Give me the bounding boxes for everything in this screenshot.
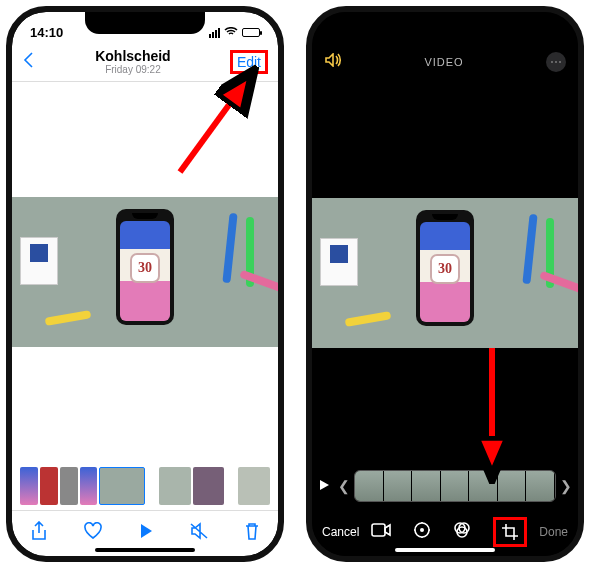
edit-header: VIDEO ⋯ (312, 42, 578, 82)
timeline-row: ❮ ❯ (312, 464, 578, 508)
thumbnail[interactable] (80, 467, 98, 505)
video-tab-icon[interactable] (371, 523, 391, 541)
cellular-signal-icon (209, 28, 220, 38)
share-icon[interactable] (30, 521, 48, 546)
svg-rect-1 (372, 524, 385, 536)
svg-line-0 (180, 76, 250, 172)
phone-left: 14:10 Kohlscheid Friday 09:22 Edit (6, 6, 284, 562)
prop-box (320, 238, 358, 286)
play-icon[interactable] (318, 478, 334, 494)
phone-right: . VIDEO ⋯ 30 (306, 6, 584, 562)
home-indicator[interactable] (95, 548, 195, 552)
trash-icon[interactable] (244, 521, 260, 546)
more-icon[interactable]: ⋯ (546, 52, 566, 72)
annotation-arrow (162, 62, 272, 182)
heart-icon[interactable] (83, 522, 103, 545)
back-chevron-icon[interactable] (22, 49, 36, 75)
notch (85, 12, 205, 34)
video-preview[interactable]: 30 (312, 82, 578, 464)
trim-handle-right[interactable]: ❯ (560, 478, 572, 494)
notch (385, 12, 505, 34)
volume-icon[interactable] (324, 53, 342, 71)
battery-icon (242, 28, 260, 37)
thumbnail-strip[interactable] (12, 462, 278, 510)
thumbnail[interactable] (159, 467, 191, 505)
thumbnail-selected[interactable] (99, 467, 145, 505)
play-icon[interactable] (138, 522, 154, 545)
thumbnail[interactable] (20, 467, 38, 505)
thumbnail[interactable] (60, 467, 78, 505)
prop-phone: 30 (116, 209, 174, 325)
done-button[interactable]: Done (539, 525, 568, 539)
status-time: 14:10 (30, 25, 80, 40)
home-indicator[interactable] (395, 548, 495, 552)
prop-phone: 30 (416, 210, 474, 326)
wifi-icon (224, 25, 238, 40)
mode-label: VIDEO (424, 56, 463, 68)
trim-handle-left[interactable]: ❮ (338, 478, 350, 494)
video-scrubber[interactable] (354, 470, 556, 502)
cancel-button[interactable]: Cancel (322, 525, 359, 539)
thumbnail[interactable] (238, 467, 270, 505)
thumbnail[interactable] (193, 467, 225, 505)
badge-number: 30 (430, 254, 460, 284)
mute-icon[interactable] (189, 522, 209, 545)
prop-box (20, 237, 58, 285)
edit-toolbar: Cancel Done (312, 508, 578, 556)
svg-point-3 (420, 528, 424, 532)
annotation-arrow (462, 342, 522, 492)
thumbnail[interactable] (40, 467, 58, 505)
crop-rotate-icon[interactable] (493, 517, 527, 547)
adjust-icon[interactable] (413, 521, 431, 543)
filters-icon[interactable] (453, 521, 471, 543)
badge-number: 30 (130, 253, 160, 283)
